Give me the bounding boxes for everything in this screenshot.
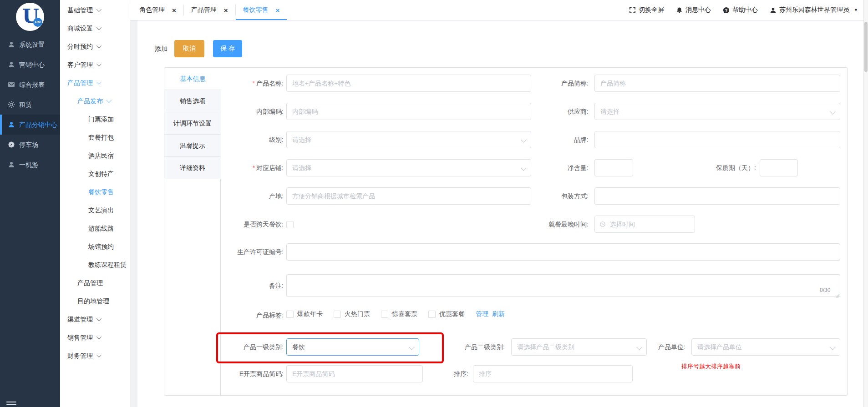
license-no-input[interactable] [286, 243, 840, 261]
bell-icon [676, 7, 683, 14]
refresh-tags-link[interactable]: 刷新 [492, 310, 505, 318]
menu-item-sales-mgmt[interactable]: 销售管理 [60, 328, 137, 346]
header-tab-product-mgmt[interactable]: 产品管理 × [184, 0, 235, 20]
help-center[interactable]: ? 帮助中心 [723, 6, 758, 14]
menu-item-venue-booking[interactable]: 场馆预约 [60, 237, 158, 255]
tag-checkbox[interactable] [286, 311, 294, 318]
user-icon [770, 7, 777, 14]
caret-down-icon: ▼ [854, 8, 858, 12]
sort-input[interactable] [473, 365, 633, 382]
header-tab-role-mgmt[interactable]: 角色管理 × [132, 0, 183, 20]
menu-item-channel-mgmt[interactable]: 渠道管理 [60, 310, 137, 328]
close-icon[interactable]: × [276, 7, 280, 14]
chevron-down-icon [830, 109, 836, 115]
brand-input[interactable] [594, 131, 840, 148]
remark-textarea[interactable] [286, 274, 840, 297]
user-icon [8, 41, 15, 48]
internal-code-input[interactable] [286, 103, 531, 120]
field-label-shelf-life: 保质期（天）: [683, 159, 756, 176]
sidebar-item-label: 综合报表 [19, 75, 45, 95]
origin-input[interactable] [286, 187, 531, 205]
product-name-input[interactable] [286, 75, 531, 92]
manage-tags-link[interactable]: 管理 [476, 310, 488, 318]
menu-item-finance-mgmt[interactable]: 财务管理 [60, 346, 137, 364]
menu-item-cruise-route[interactable]: 游船线路 [60, 219, 158, 237]
field-label-origin: 产地: [164, 187, 284, 205]
shelf-life-input[interactable] [760, 159, 798, 176]
menu-item-mall-settings[interactable]: 商城设置 [60, 19, 137, 37]
menu-item-performance[interactable]: 文艺演出 [60, 201, 158, 219]
menu-item-catering-retail[interactable]: 餐饮零售 [60, 182, 158, 201]
cross-day-checkbox[interactable] [286, 221, 294, 228]
resize-grip-icon[interactable] [835, 292, 840, 296]
question-icon: ? [723, 7, 730, 14]
user-menu[interactable]: 苏州乐园森林世界管理员 ▼ [770, 6, 858, 14]
gear-icon [8, 101, 15, 108]
menu-item-hotel[interactable]: 酒店民宿 [60, 146, 158, 164]
menu-item-ticket-add[interactable]: 门票添加 [60, 110, 158, 128]
field-label-brand: 品牌: [497, 131, 589, 148]
username: 苏州乐园森林世界管理员 [779, 6, 849, 14]
net-content-input[interactable] [594, 159, 633, 176]
brand-logo: U UM [16, 3, 44, 31]
packaging-input[interactable] [594, 187, 840, 205]
menu-item-cultural-goods[interactable]: 文创特产 [60, 164, 158, 182]
category1-select[interactable]: 餐饮 [286, 338, 419, 356]
tag-checkbox[interactable] [334, 311, 341, 318]
topbar-actions: 切换全屏 消息中心 ? 帮助中心 苏州乐园森林世界管理员 ▼ [629, 0, 868, 20]
menu-item-basic-mgmt[interactable]: 基础管理 [60, 0, 137, 19]
menu-item-customer-mgmt[interactable]: 客户管理 [60, 55, 137, 73]
menu-item-coach-course[interactable]: 教练课程租赁 [60, 255, 158, 273]
product-tags-row: 爆款年卡 火热门票 惊喜套票 优惠套餐 管理 刷新 [286, 310, 505, 318]
menu-item-product-mgmt[interactable]: 产品管理 [60, 73, 137, 91]
unit-select[interactable]: 请选择产品单位 [691, 338, 840, 356]
scrollbar-thumb[interactable] [864, 22, 868, 72]
message-center[interactable]: 消息中心 [676, 6, 711, 14]
cancel-button[interactable]: 取消 [174, 40, 204, 57]
einvoice-code-input[interactable] [286, 365, 423, 382]
header-tab-catering-retail[interactable]: 餐饮零售 × [236, 0, 287, 20]
short-name-input[interactable] [594, 75, 840, 92]
sidebar-item-yijiyou[interactable]: 一机游 [0, 155, 60, 175]
top-tab-bar: 角色管理 × 产品管理 × 餐饮零售 × 切换全屏 消息中心 [130, 0, 868, 20]
tag-option[interactable]: 火热门票 [334, 310, 370, 318]
close-icon[interactable]: × [172, 7, 176, 14]
chevron-down-icon [107, 98, 112, 103]
fullscreen-icon [629, 7, 636, 14]
sidebar-item-leasing[interactable]: 租赁 [0, 95, 60, 115]
sidebar-item-system-settings[interactable]: 系统设置 [0, 35, 60, 55]
shop-select[interactable]: 请选择 [286, 159, 531, 176]
content-gutter [130, 20, 137, 407]
collapse-menu-icon[interactable] [6, 400, 16, 407]
field-label-shop: *对应店铺: [164, 159, 284, 176]
save-button[interactable]: 保 存 [213, 40, 242, 57]
supplier-select[interactable]: 请选择 [594, 103, 840, 120]
sidebar-item-reports[interactable]: 综合报表 [0, 75, 60, 95]
latest-meal-time-input[interactable] [594, 216, 695, 233]
tag-option[interactable]: 爆款年卡 [286, 310, 323, 318]
chevron-down-icon [96, 25, 102, 30]
tag-checkbox[interactable] [428, 311, 436, 318]
field-label-packaging: 包装方式: [497, 187, 589, 205]
close-icon[interactable]: × [224, 7, 228, 14]
sidebar-item-marketing-center[interactable]: 营销中心 [0, 55, 60, 75]
field-label-license-no: 生产许可证编号: [164, 243, 284, 261]
sort-hint-text: 排序号越大排序越靠前 [681, 362, 741, 371]
field-label-category2: 产品二级类别: [432, 338, 505, 356]
level-select[interactable]: 请选择 [286, 131, 531, 148]
sidebar-item-distribution-center[interactable]: 产品分销中心 [0, 115, 62, 135]
fullscreen-toggle[interactable]: 切换全屏 [629, 6, 664, 14]
chevron-down-icon [96, 61, 102, 66]
menu-item-time-reservation[interactable]: 分时预约 [60, 37, 137, 55]
tag-option[interactable]: 优惠套餐 [428, 310, 465, 318]
field-label-cross-day: 是否跨天餐饮: [164, 216, 284, 233]
sidebar-item-parking[interactable]: 停车场 [0, 135, 60, 155]
sidebar-item-label: 系统设置 [19, 35, 45, 55]
tag-option[interactable]: 惊喜套票 [381, 310, 417, 318]
form-tab-basic-info[interactable]: 基本信息 [164, 68, 221, 90]
menu-item-package-bundle[interactable]: 套餐打包 [60, 128, 158, 146]
scrollbar[interactable] [863, 0, 868, 407]
tag-checkbox[interactable] [381, 311, 388, 318]
field-label-net-content: 净含量: [497, 159, 589, 176]
svg-text:?: ? [725, 8, 728, 12]
